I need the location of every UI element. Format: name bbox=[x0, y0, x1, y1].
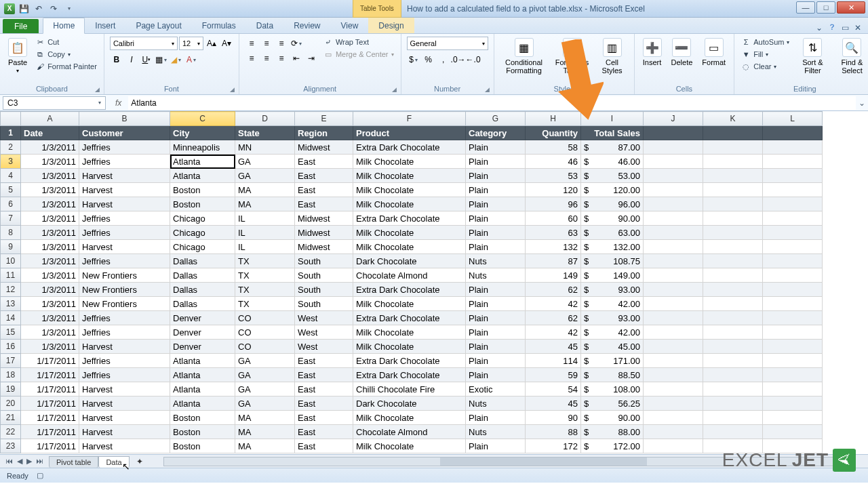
cell-E15[interactable]: West bbox=[295, 325, 353, 340]
cell-F3[interactable]: Milk Chocolate bbox=[353, 155, 466, 169]
cell-E14[interactable]: West bbox=[295, 311, 353, 325]
cell-E2[interactable]: Midwest bbox=[295, 140, 353, 155]
cell-D21[interactable]: MA bbox=[235, 411, 295, 425]
cell-G11[interactable]: Nuts bbox=[466, 268, 526, 283]
cell-C11[interactable]: Dallas bbox=[170, 268, 235, 283]
fill-button[interactable]: ▼Fill▾ bbox=[740, 49, 791, 60]
cell-B17[interactable]: Jeffries bbox=[79, 354, 170, 368]
cell-A19[interactable]: 1/17/2011 bbox=[21, 382, 79, 396]
cell-F22[interactable]: Chocolate Almond bbox=[353, 425, 466, 439]
cell-J6[interactable] bbox=[644, 197, 703, 211]
cell-C6[interactable]: Boston bbox=[170, 197, 235, 211]
row-header-17[interactable]: 17 bbox=[1, 354, 21, 368]
cell-A9[interactable]: 1/3/2011 bbox=[21, 240, 79, 254]
shrink-font-icon[interactable]: A▾ bbox=[220, 37, 233, 50]
cell-H8[interactable]: 63 bbox=[526, 226, 581, 240]
cell-L17[interactable] bbox=[763, 354, 823, 368]
insert-cells-button[interactable]: ➕Insert bbox=[640, 37, 665, 68]
col-header-J[interactable]: J bbox=[644, 112, 703, 126]
cell-G15[interactable]: Plain bbox=[466, 325, 526, 340]
font-color-button[interactable]: A bbox=[184, 53, 198, 66]
cell-K7[interactable] bbox=[703, 211, 763, 226]
redo-icon[interactable]: ↷ bbox=[47, 3, 60, 15]
delete-cells-button[interactable]: ➖Delete bbox=[669, 37, 696, 68]
cell-B11[interactable]: New Frontiers bbox=[79, 268, 170, 283]
cell-C17[interactable]: Atlanta bbox=[170, 354, 235, 368]
align-middle-icon[interactable]: ≡ bbox=[260, 37, 273, 50]
row-header-3[interactable]: 3 bbox=[1, 155, 21, 169]
cell-G22[interactable]: Nuts bbox=[466, 425, 526, 439]
grow-font-icon[interactable]: A▴ bbox=[205, 37, 218, 50]
cell-J8[interactable] bbox=[644, 226, 703, 240]
cell-J23[interactable] bbox=[644, 439, 703, 453]
conditional-formatting-button[interactable]: ▦Conditional Formatting bbox=[500, 37, 549, 76]
maximize-button[interactable]: □ bbox=[816, 1, 835, 14]
cell-L1[interactable] bbox=[763, 126, 823, 140]
cell-B18[interactable]: Jeffries bbox=[79, 368, 170, 382]
cell-B10[interactable]: Jeffries bbox=[79, 254, 170, 268]
cell-D5[interactable]: MA bbox=[235, 183, 295, 197]
cell-B13[interactable]: New Frontiers bbox=[79, 297, 170, 311]
decrease-indent-icon[interactable]: ⇤ bbox=[290, 52, 303, 65]
col-header-H[interactable]: H bbox=[526, 112, 581, 126]
cell-H3[interactable]: 46 bbox=[526, 155, 581, 169]
clipboard-dialog-launcher[interactable]: ◢ bbox=[95, 86, 100, 93]
row-header-8[interactable]: 8 bbox=[1, 226, 21, 240]
cell-B23[interactable]: Harvest bbox=[79, 439, 170, 453]
cell-B9[interactable]: Harvest bbox=[79, 240, 170, 254]
sheet-nav-last-icon[interactable]: ⏭ bbox=[35, 457, 45, 466]
cell-E6[interactable]: East bbox=[295, 197, 353, 211]
percent-format-button[interactable]: % bbox=[422, 53, 435, 66]
cell-K2[interactable] bbox=[703, 140, 763, 155]
cell-H19[interactable]: 54 bbox=[526, 382, 581, 396]
font-size-combo[interactable]: 12▾ bbox=[179, 37, 203, 50]
cell-G9[interactable]: Plain bbox=[466, 240, 526, 254]
cell-H21[interactable]: 90 bbox=[526, 411, 581, 425]
sheet-nav-first-icon[interactable]: ⏮ bbox=[4, 457, 14, 466]
cell-C2[interactable]: Minneapolis bbox=[170, 140, 235, 155]
find-select-button[interactable]: 🔍Find & Select bbox=[834, 37, 868, 76]
cell-E23[interactable]: East bbox=[295, 439, 353, 453]
cell-F5[interactable]: Milk Chocolate bbox=[353, 183, 466, 197]
cell-D13[interactable]: TX bbox=[235, 297, 295, 311]
cell-B20[interactable]: Harvest bbox=[79, 396, 170, 411]
cell-D16[interactable]: CO bbox=[235, 340, 295, 354]
decrease-decimal-button[interactable]: ←.0 bbox=[467, 53, 480, 66]
cell-D17[interactable]: GA bbox=[235, 354, 295, 368]
cell-F10[interactable]: Dark Chocolate bbox=[353, 254, 466, 268]
increase-decimal-button[interactable]: .0→ bbox=[452, 53, 465, 66]
cell-G5[interactable]: Plain bbox=[466, 183, 526, 197]
row-header-22[interactable]: 22 bbox=[1, 425, 21, 439]
cell-K10[interactable] bbox=[703, 254, 763, 268]
cell-L14[interactable] bbox=[763, 311, 823, 325]
cell-B22[interactable]: Harvest bbox=[79, 425, 170, 439]
cell-E21[interactable]: East bbox=[295, 411, 353, 425]
spreadsheet-grid[interactable]: ABCDEFGHIJKL1DateCustomerCityStateRegion… bbox=[0, 111, 868, 454]
cell-J13[interactable] bbox=[644, 297, 703, 311]
sort-filter-button[interactable]: ⇅Sort & Filter bbox=[795, 37, 830, 76]
cell-F2[interactable]: Extra Dark Chocolate bbox=[353, 140, 466, 155]
cell-E3[interactable]: East bbox=[295, 155, 353, 169]
align-left-icon[interactable]: ≡ bbox=[245, 52, 258, 65]
fx-icon[interactable]: fx bbox=[108, 98, 128, 108]
row-header-7[interactable]: 7 bbox=[1, 211, 21, 226]
cell-H22[interactable]: 88 bbox=[526, 425, 581, 439]
cell-G20[interactable]: Nuts bbox=[466, 396, 526, 411]
cell-H23[interactable]: 172 bbox=[526, 439, 581, 453]
col-header-D[interactable]: D bbox=[235, 112, 295, 126]
cell-B5[interactable]: Harvest bbox=[79, 183, 170, 197]
tab-review[interactable]: Review bbox=[283, 18, 330, 33]
cell-L21[interactable] bbox=[763, 411, 823, 425]
cell-D4[interactable]: GA bbox=[235, 169, 295, 183]
cell-H12[interactable]: 62 bbox=[526, 283, 581, 297]
cell-B19[interactable]: Harvest bbox=[79, 382, 170, 396]
row-header-15[interactable]: 15 bbox=[1, 325, 21, 340]
cell-C5[interactable]: Boston bbox=[170, 183, 235, 197]
cell-D3[interactable]: GA bbox=[235, 155, 295, 169]
cell-E18[interactable]: East bbox=[295, 368, 353, 382]
cell-I6[interactable]: $96.00 bbox=[581, 197, 644, 211]
cell-B1[interactable]: Customer bbox=[79, 126, 170, 140]
minimize-button[interactable]: — bbox=[796, 1, 815, 14]
cell-G13[interactable]: Plain bbox=[466, 297, 526, 311]
cell-H16[interactable]: 45 bbox=[526, 340, 581, 354]
